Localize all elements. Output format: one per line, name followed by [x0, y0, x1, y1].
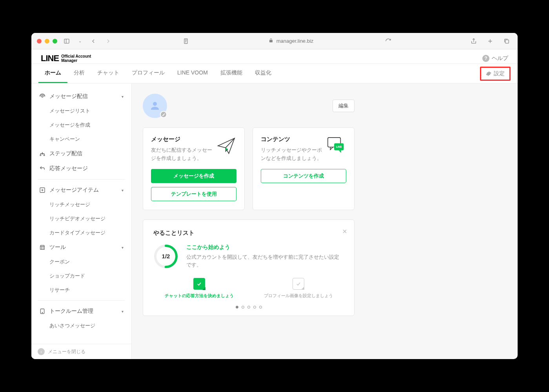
- svg-point-10: [42, 96, 43, 97]
- svg-point-11: [40, 155, 41, 156]
- main-content: 編集 メッセージ 友だちに配信するメッセージを作成しましょう。: [132, 83, 518, 359]
- svg-text:LINE: LINE: [336, 145, 342, 148]
- sidebar-sub-item[interactable]: クーポン: [31, 255, 131, 269]
- card-message-desc: 友だちに配信するメッセージを作成しましょう。: [151, 146, 212, 163]
- chat-bubble-icon: LINE: [326, 136, 346, 156]
- todo-step-done-label: チャットの応答方法を決めましょう: [165, 293, 234, 299]
- todo-start-title: ここから始めよう: [186, 244, 344, 251]
- sidebar-sub-item[interactable]: リサーチ: [31, 283, 131, 297]
- profile-row: 編集: [143, 94, 354, 118]
- create-message-button[interactable]: メッセージを作成: [151, 169, 236, 183]
- svg-rect-0: [64, 39, 69, 43]
- svg-rect-17: [40, 246, 45, 249]
- new-tab-icon[interactable]: [485, 37, 496, 45]
- chevron-down-icon: ▾: [122, 245, 124, 250]
- check-pending-icon: [293, 278, 304, 290]
- todo-heading: やることリスト: [153, 229, 344, 237]
- pager-dot[interactable]: [242, 306, 244, 309]
- sidebar-sub-item[interactable]: あいさつメッセージ: [31, 319, 131, 333]
- profile-avatar[interactable]: [143, 94, 167, 118]
- person-icon: [149, 100, 161, 112]
- close-window-dot[interactable]: [37, 39, 42, 44]
- sidebar-item[interactable]: 応答メッセージ: [31, 161, 131, 176]
- settings-label: 設定: [494, 70, 505, 77]
- traffic-lights: [37, 39, 57, 44]
- dropdown-caret-icon[interactable]: ⌄: [76, 38, 84, 44]
- nav-back-icon[interactable]: [88, 37, 99, 45]
- pencil-icon: [162, 113, 165, 116]
- progress-text: 1/2: [153, 244, 178, 269]
- avatar-edit-badge[interactable]: [160, 111, 167, 118]
- sidebar-sub-item[interactable]: ショップカード: [31, 269, 131, 283]
- sidebar-collapse-button[interactable]: ‹ メニューを閉じる: [31, 344, 131, 359]
- card-contents-title: コンテンツ: [261, 136, 322, 143]
- help-label: ヘルプ: [492, 55, 508, 62]
- check-icon: [193, 278, 205, 290]
- pager-dot[interactable]: [253, 306, 256, 309]
- sidebar-sub-item[interactable]: リッチビデオメッセージ: [31, 212, 131, 226]
- share-icon[interactable]: [468, 37, 479, 45]
- use-template-button[interactable]: テンプレートを使用: [151, 187, 236, 201]
- sidebar-sub-item[interactable]: メッセージリスト: [31, 104, 131, 118]
- pager-dot[interactable]: [259, 306, 262, 309]
- sidebar-item[interactable]: ステップ配信: [31, 146, 131, 161]
- browser-window: ⌄ manager.line.biz: [31, 33, 518, 359]
- nav-tab-5[interactable]: 拡張機能: [214, 64, 249, 83]
- create-contents-button[interactable]: コンテンツを作成: [261, 169, 346, 183]
- progress-ring: 1/2: [153, 244, 178, 269]
- url-text: manager.line.biz: [276, 38, 314, 44]
- sidebar: メッセージ配信▾メッセージリストメッセージを作成キャンペーンステップ配信応答メッ…: [31, 83, 132, 359]
- chevron-left-icon: ‹: [38, 348, 45, 355]
- todo-step-pending-label: プロフィール画像を設定しましょう: [264, 293, 333, 299]
- sidebar-group[interactable]: メッセージアイテム▾: [31, 183, 131, 198]
- nav-tab-2[interactable]: チャット: [91, 64, 125, 83]
- gear-icon: [486, 71, 491, 76]
- tabs-overview-icon[interactable]: [501, 37, 512, 45]
- profile-edit-button[interactable]: 編集: [333, 100, 354, 112]
- help-button[interactable]: ? ヘルプ: [482, 55, 508, 62]
- nav-tab-4[interactable]: LINE VOOM: [171, 64, 214, 83]
- card-message-title: メッセージ: [151, 136, 212, 143]
- settings-button[interactable]: 設定: [480, 67, 511, 81]
- chevron-down-icon: ▾: [122, 188, 124, 192]
- pager-dot[interactable]: [236, 306, 238, 309]
- todo-step-done[interactable]: チャットの応答方法を決めましょう: [164, 278, 235, 299]
- sidebar-toggle-icon[interactable]: [61, 37, 72, 45]
- brand-logo-text: LINE: [41, 53, 59, 64]
- app-header: LINE Official Account Manager ? ヘルプ: [31, 49, 518, 64]
- close-icon[interactable]: ×: [342, 227, 347, 236]
- nav-tab-0[interactable]: ホーム: [38, 64, 67, 83]
- sidebar-sub-item[interactable]: リッチメッセージ: [31, 198, 131, 212]
- nav-forward-icon[interactable]: [103, 37, 114, 45]
- nav-tab-3[interactable]: プロフィール: [125, 64, 171, 83]
- svg-point-13: [44, 155, 45, 156]
- chrome-actions: [468, 37, 512, 45]
- sidebar-sub-item[interactable]: メッセージを作成: [31, 118, 131, 132]
- todo-start-desc: 公式アカウントを開設して、友だちを増やす前に完了させたい設定です。: [186, 253, 344, 270]
- pager-dots: [153, 306, 344, 309]
- sidebar-collapse-label: メニューを閉じる: [48, 348, 85, 355]
- brand-subtitle: Official Account Manager: [61, 54, 91, 63]
- reload-icon[interactable]: [383, 37, 394, 45]
- help-icon: ?: [482, 55, 489, 62]
- sidebar-group[interactable]: トークルーム管理▾: [31, 304, 131, 319]
- todo-step-pending[interactable]: プロフィール画像を設定しましょう: [263, 278, 334, 299]
- chevron-down-icon: ▾: [122, 309, 124, 314]
- address-bar[interactable]: manager.line.biz: [118, 38, 464, 44]
- nav-tab-6[interactable]: 収益化: [249, 64, 278, 83]
- maximize-window-dot[interactable]: [53, 39, 57, 44]
- top-nav: ホーム分析チャットプロフィールLINE VOOM拡張機能収益化 設定: [31, 64, 518, 83]
- card-contents-desc: リッチメッセージやクーポンなどを作成しましょう。: [261, 146, 322, 163]
- brand: LINE Official Account Manager: [41, 53, 91, 64]
- sidebar-group[interactable]: ツール▾: [31, 240, 131, 255]
- nav-tab-1[interactable]: 分析: [67, 64, 91, 83]
- sidebar-sub-item[interactable]: カードタイプメッセージ: [31, 226, 131, 240]
- pager-dot[interactable]: [247, 306, 250, 309]
- sidebar-sub-item[interactable]: キャンペーン: [31, 132, 131, 146]
- svg-point-19: [42, 312, 42, 313]
- card-message: メッセージ 友だちに配信するメッセージを作成しましょう。 メッセージを作成 テン…: [143, 127, 245, 210]
- reader-icon[interactable]: [180, 37, 191, 45]
- paper-plane-icon: [216, 136, 236, 156]
- sidebar-group[interactable]: メッセージ配信▾: [31, 89, 131, 104]
- minimize-window-dot[interactable]: [45, 39, 49, 44]
